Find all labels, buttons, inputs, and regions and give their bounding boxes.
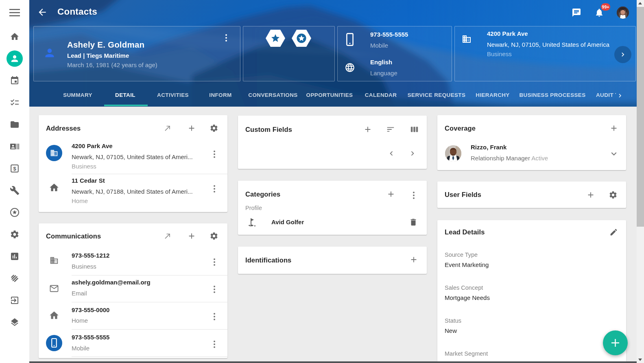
svg-text:$: $	[13, 166, 16, 172]
